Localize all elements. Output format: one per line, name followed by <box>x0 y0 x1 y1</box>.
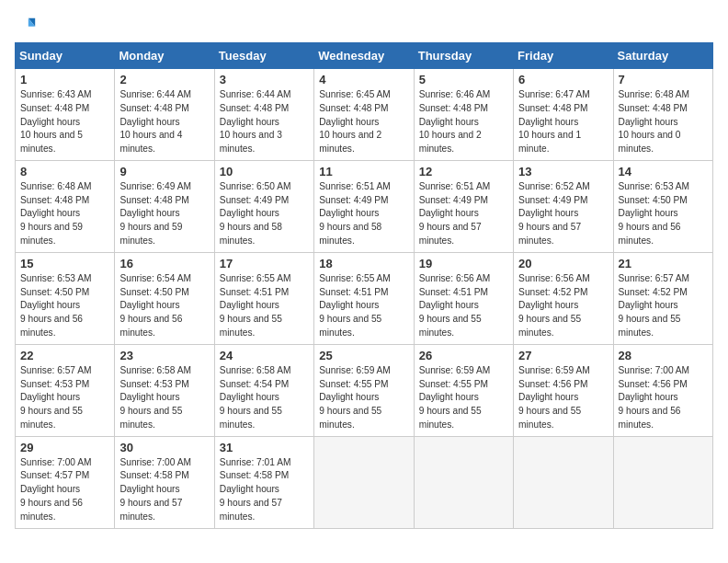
week-row-2: 8Sunrise: 6:48 AMSunset: 4:48 PMDaylight… <box>16 160 713 252</box>
day-number: 15 <box>20 257 109 270</box>
day-header-friday: Friday <box>514 43 613 69</box>
day-number: 22 <box>20 349 109 362</box>
calendar-cell: 2Sunrise: 6:44 AMSunset: 4:48 PMDaylight… <box>115 69 214 161</box>
calendar-cell: 15Sunrise: 6:53 AMSunset: 4:50 PMDayligh… <box>16 252 115 344</box>
calendar-cell: 12Sunrise: 6:51 AMSunset: 4:49 PMDayligh… <box>414 160 513 252</box>
calendar-cell: 21Sunrise: 6:57 AMSunset: 4:52 PMDayligh… <box>613 252 712 344</box>
day-number: 12 <box>419 165 508 178</box>
day-header-thursday: Thursday <box>414 43 513 69</box>
day-number: 1 <box>20 73 109 86</box>
calendar-cell: 28Sunrise: 7:00 AMSunset: 4:56 PMDayligh… <box>613 344 712 436</box>
day-number: 26 <box>419 349 508 362</box>
calendar-cell: 7Sunrise: 6:48 AMSunset: 4:48 PMDaylight… <box>613 69 712 161</box>
cell-info: Sunrise: 6:57 AMSunset: 4:53 PMDaylight … <box>20 364 109 432</box>
day-header-sunday: Sunday <box>16 43 115 69</box>
cell-info: Sunrise: 6:52 AMSunset: 4:49 PMDaylight … <box>518 180 608 248</box>
week-row-4: 22Sunrise: 6:57 AMSunset: 4:53 PMDayligh… <box>16 344 713 436</box>
day-number: 27 <box>518 349 608 362</box>
cell-info: Sunrise: 6:48 AMSunset: 4:48 PMDaylight … <box>619 88 708 156</box>
calendar-cell: 13Sunrise: 6:52 AMSunset: 4:49 PMDayligh… <box>514 160 613 252</box>
day-number: 25 <box>319 349 408 362</box>
cell-info: Sunrise: 6:55 AMSunset: 4:51 PMDaylight … <box>319 272 408 340</box>
day-number: 28 <box>619 349 708 362</box>
calendar-cell: 24Sunrise: 6:58 AMSunset: 4:54 PMDayligh… <box>214 344 313 436</box>
calendar-cell <box>314 436 414 528</box>
calendar-cell: 5Sunrise: 6:46 AMSunset: 4:48 PMDaylight… <box>414 69 513 161</box>
calendar-cell <box>514 436 613 528</box>
calendar-cell: 30Sunrise: 7:00 AMSunset: 4:58 PMDayligh… <box>115 436 214 528</box>
day-number: 29 <box>20 441 109 454</box>
cell-info: Sunrise: 7:00 AMSunset: 4:58 PMDaylight … <box>119 456 209 524</box>
day-header-wednesday: Wednesday <box>314 43 414 69</box>
cell-info: Sunrise: 6:58 AMSunset: 4:53 PMDaylight … <box>119 364 209 432</box>
day-header-monday: Monday <box>115 43 214 69</box>
calendar-cell: 27Sunrise: 6:59 AMSunset: 4:56 PMDayligh… <box>514 344 613 436</box>
day-number: 7 <box>619 73 708 86</box>
calendar-cell: 23Sunrise: 6:58 AMSunset: 4:53 PMDayligh… <box>115 344 214 436</box>
cell-info: Sunrise: 6:43 AMSunset: 4:48 PMDaylight … <box>20 88 109 156</box>
calendar-cell: 6Sunrise: 6:47 AMSunset: 4:48 PMDaylight… <box>514 69 613 161</box>
calendar-cell: 22Sunrise: 6:57 AMSunset: 4:53 PMDayligh… <box>16 344 115 436</box>
page-header <box>15 15 713 35</box>
day-number: 11 <box>319 165 408 178</box>
day-number: 24 <box>220 349 309 362</box>
calendar-cell: 1Sunrise: 6:43 AMSunset: 4:48 PMDaylight… <box>16 69 115 161</box>
day-number: 21 <box>619 257 708 270</box>
day-number: 5 <box>419 73 508 86</box>
cell-info: Sunrise: 6:56 AMSunset: 4:52 PMDaylight … <box>518 272 608 340</box>
calendar-cell: 10Sunrise: 6:50 AMSunset: 4:49 PMDayligh… <box>214 160 313 252</box>
cell-info: Sunrise: 6:56 AMSunset: 4:51 PMDaylight … <box>419 272 508 340</box>
calendar-cell: 18Sunrise: 6:55 AMSunset: 4:51 PMDayligh… <box>314 252 414 344</box>
week-row-3: 15Sunrise: 6:53 AMSunset: 4:50 PMDayligh… <box>16 252 713 344</box>
logo <box>15 15 37 35</box>
cell-info: Sunrise: 6:57 AMSunset: 4:52 PMDaylight … <box>619 272 708 340</box>
day-number: 3 <box>220 73 309 86</box>
day-number: 17 <box>220 257 309 270</box>
cell-info: Sunrise: 6:51 AMSunset: 4:49 PMDaylight … <box>319 180 408 248</box>
cell-info: Sunrise: 6:58 AMSunset: 4:54 PMDaylight … <box>220 364 309 432</box>
calendar-cell: 8Sunrise: 6:48 AMSunset: 4:48 PMDaylight… <box>16 160 115 252</box>
cell-info: Sunrise: 6:55 AMSunset: 4:51 PMDaylight … <box>220 272 309 340</box>
calendar-cell: 16Sunrise: 6:54 AMSunset: 4:50 PMDayligh… <box>115 252 214 344</box>
day-number: 4 <box>319 73 408 86</box>
cell-info: Sunrise: 6:51 AMSunset: 4:49 PMDaylight … <box>419 180 508 248</box>
day-number: 6 <box>518 73 608 86</box>
cell-info: Sunrise: 6:44 AMSunset: 4:48 PMDaylight … <box>119 88 209 156</box>
cell-info: Sunrise: 6:49 AMSunset: 4:48 PMDaylight … <box>119 180 209 248</box>
calendar-cell: 29Sunrise: 7:00 AMSunset: 4:57 PMDayligh… <box>16 436 115 528</box>
calendar-cell: 17Sunrise: 6:55 AMSunset: 4:51 PMDayligh… <box>214 252 313 344</box>
cell-info: Sunrise: 6:53 AMSunset: 4:50 PMDaylight … <box>20 272 109 340</box>
calendar-cell: 26Sunrise: 6:59 AMSunset: 4:55 PMDayligh… <box>414 344 513 436</box>
logo-icon <box>17 15 37 35</box>
day-number: 31 <box>220 441 309 454</box>
calendar-cell <box>613 436 712 528</box>
cell-info: Sunrise: 6:45 AMSunset: 4:48 PMDaylight … <box>319 88 408 156</box>
calendar-cell <box>414 436 513 528</box>
cell-info: Sunrise: 6:59 AMSunset: 4:56 PMDaylight … <box>518 364 608 432</box>
cell-info: Sunrise: 6:48 AMSunset: 4:48 PMDaylight … <box>20 180 109 248</box>
calendar-cell: 31Sunrise: 7:01 AMSunset: 4:58 PMDayligh… <box>214 436 313 528</box>
cell-info: Sunrise: 7:00 AMSunset: 4:56 PMDaylight … <box>619 364 708 432</box>
cell-info: Sunrise: 7:00 AMSunset: 4:57 PMDaylight … <box>20 456 109 524</box>
day-number: 9 <box>119 165 209 178</box>
cell-info: Sunrise: 6:59 AMSunset: 4:55 PMDaylight … <box>419 364 508 432</box>
calendar-cell: 4Sunrise: 6:45 AMSunset: 4:48 PMDaylight… <box>314 69 414 161</box>
day-number: 10 <box>220 165 309 178</box>
calendar-cell: 19Sunrise: 6:56 AMSunset: 4:51 PMDayligh… <box>414 252 513 344</box>
day-number: 14 <box>619 165 708 178</box>
day-number: 2 <box>119 73 209 86</box>
cell-info: Sunrise: 7:01 AMSunset: 4:58 PMDaylight … <box>220 456 309 524</box>
calendar-cell: 11Sunrise: 6:51 AMSunset: 4:49 PMDayligh… <box>314 160 414 252</box>
day-number: 18 <box>319 257 408 270</box>
cell-info: Sunrise: 6:46 AMSunset: 4:48 PMDaylight … <box>419 88 508 156</box>
cell-info: Sunrise: 6:47 AMSunset: 4:48 PMDaylight … <box>518 88 608 156</box>
day-number: 23 <box>119 349 209 362</box>
calendar-cell: 20Sunrise: 6:56 AMSunset: 4:52 PMDayligh… <box>514 252 613 344</box>
calendar-header-row: SundayMondayTuesdayWednesdayThursdayFrid… <box>16 43 713 69</box>
day-number: 13 <box>518 165 608 178</box>
day-header-tuesday: Tuesday <box>214 43 313 69</box>
calendar-cell: 14Sunrise: 6:53 AMSunset: 4:50 PMDayligh… <box>613 160 712 252</box>
day-number: 16 <box>119 257 209 270</box>
calendar-cell: 25Sunrise: 6:59 AMSunset: 4:55 PMDayligh… <box>314 344 414 436</box>
cell-info: Sunrise: 6:59 AMSunset: 4:55 PMDaylight … <box>319 364 408 432</box>
